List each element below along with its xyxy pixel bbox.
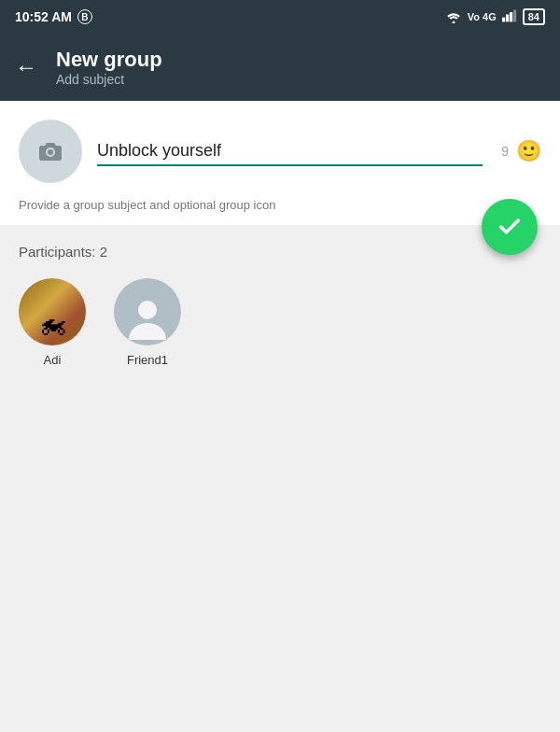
app-bar: ← New group Add subject bbox=[0, 34, 560, 101]
participants-label: Participants: 2 bbox=[19, 244, 541, 260]
battery-text: 84 bbox=[528, 11, 539, 22]
signal-text: Vo 4G bbox=[468, 11, 497, 22]
participants-section: Participants: 2 Adi Friend1 bbox=[0, 225, 560, 386]
back-button[interactable]: ← bbox=[15, 54, 37, 80]
svg-point-5 bbox=[138, 301, 157, 319]
char-count: 9 bbox=[490, 144, 509, 159]
status-bar: 10:52 AM B Vo 4G 84 bbox=[0, 0, 560, 34]
signal-bars bbox=[502, 9, 517, 25]
avatar bbox=[114, 278, 181, 345]
hint-text: Provide a group subject and optional gro… bbox=[19, 194, 541, 212]
svg-rect-4 bbox=[513, 9, 516, 21]
participant-name: Friend1 bbox=[127, 353, 168, 367]
participant-name: Adi bbox=[44, 353, 62, 367]
camera-icon bbox=[37, 140, 63, 162]
group-name-input[interactable] bbox=[97, 137, 483, 166]
list-item: Adi bbox=[19, 278, 86, 367]
check-icon bbox=[497, 214, 523, 240]
subject-row: 9 🙂 bbox=[19, 120, 541, 183]
b-icon: B bbox=[77, 9, 92, 24]
group-input-row: 9 🙂 bbox=[97, 137, 541, 166]
confirm-button[interactable] bbox=[482, 199, 538, 255]
page-subtitle: Add subject bbox=[56, 72, 162, 87]
svg-rect-1 bbox=[502, 17, 505, 21]
avatar bbox=[19, 278, 86, 345]
status-time: 10:52 AM B bbox=[15, 9, 92, 24]
wifi-icon bbox=[445, 10, 462, 23]
person-icon bbox=[123, 293, 172, 342]
list-item: Friend1 bbox=[114, 278, 181, 367]
svg-point-0 bbox=[452, 21, 455, 24]
page-title: New group bbox=[56, 48, 162, 72]
svg-rect-3 bbox=[510, 12, 512, 21]
battery-icon: 84 bbox=[523, 8, 545, 25]
camera-button[interactable] bbox=[19, 120, 82, 183]
svg-rect-2 bbox=[506, 14, 509, 21]
status-icons: Vo 4G 84 bbox=[445, 8, 545, 25]
emoji-button[interactable]: 🙂 bbox=[516, 139, 541, 163]
time-text: 10:52 AM bbox=[15, 9, 72, 24]
input-area: 9 🙂 bbox=[97, 137, 541, 166]
subject-section: 9 🙂 Provide a group subject and optional… bbox=[0, 101, 560, 225]
app-bar-title-block: New group Add subject bbox=[56, 48, 162, 87]
participants-grid: Adi Friend1 bbox=[19, 278, 541, 367]
